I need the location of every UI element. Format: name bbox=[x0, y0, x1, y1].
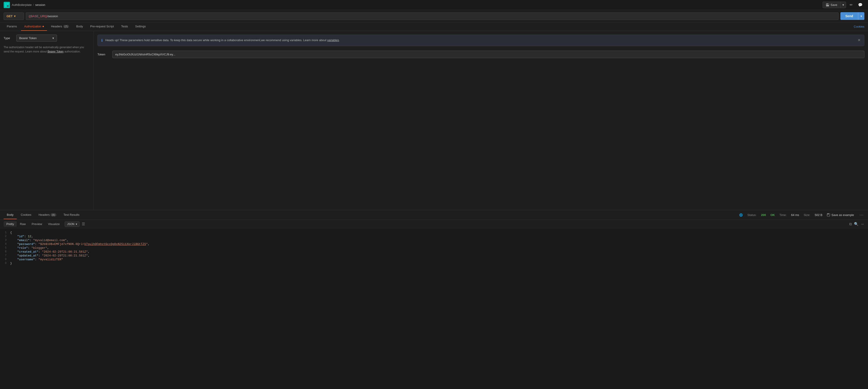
top-bar-right: Save ▾ ✏ 💬 bbox=[823, 2, 864, 8]
code-line-8: 8 "username": "myvalidizTER" bbox=[0, 258, 868, 262]
json-chevron-icon: ▾ bbox=[76, 222, 77, 226]
token-input[interactable] bbox=[112, 51, 864, 58]
cookies-link[interactable]: Cookies bbox=[854, 23, 864, 31]
tab-pre-request[interactable]: Pre-request Script bbox=[87, 22, 117, 31]
fmt-tab-raw[interactable]: Raw bbox=[17, 221, 29, 227]
line-num-1: 1 bbox=[0, 231, 10, 234]
line-content-2: "id": 12, bbox=[10, 235, 868, 238]
line-content-6: "created_at": "2024-02-29T21:08:21.581Z"… bbox=[10, 250, 868, 253]
auth-description: The authorization header will be automat… bbox=[4, 45, 90, 54]
left-panel: Type Bearer Token ▾ The authorization he… bbox=[0, 31, 94, 210]
code-line-2: 2 "id": 12, bbox=[0, 235, 868, 238]
breadcrumb: AuthBoilerplate / session bbox=[12, 3, 45, 6]
fmt-tab-visualize[interactable]: Visualize bbox=[45, 221, 62, 227]
save-dropdown-button[interactable]: ▾ bbox=[840, 2, 846, 8]
breadcrumb-current: session bbox=[35, 3, 45, 6]
response-tab-cookies[interactable]: Cookies bbox=[18, 211, 35, 219]
line-num-3: 3 bbox=[0, 239, 10, 242]
svg-rect-6 bbox=[827, 5, 829, 6]
token-label: Token bbox=[97, 53, 109, 56]
line-num-7: 7 bbox=[0, 254, 10, 257]
app-wrapper: AuthBoilerplate / session Save ▾ ✏ 💬 bbox=[0, 0, 868, 389]
svg-rect-8 bbox=[828, 213, 829, 214]
type-row: Type Bearer Token ▾ bbox=[4, 35, 90, 41]
tab-body[interactable]: Body bbox=[73, 22, 86, 31]
tab-tests[interactable]: Tests bbox=[118, 22, 131, 31]
line-content-4: "password": "$2b$10$xEMFjd7xfNON.8QrJ/U7… bbox=[10, 242, 868, 246]
format-tabs-bar: Pretty Raw Preview Visualize JSON ▾ ☰ ⧉ … bbox=[0, 220, 868, 229]
send-dropdown-button[interactable]: ▾ bbox=[858, 12, 864, 20]
breadcrumb-parent[interactable]: AuthBoilerplate bbox=[12, 3, 32, 6]
line-num-4: 4 bbox=[0, 242, 10, 246]
search-button[interactable]: 🔍 bbox=[854, 222, 859, 226]
right-panel: ℹ Heads up! These parameters hold sensit… bbox=[94, 31, 868, 210]
status-code: 200 bbox=[761, 213, 766, 217]
line-content-3: "email": "myvalid@email.com", bbox=[10, 239, 868, 242]
headers-badge: (7) bbox=[63, 25, 69, 28]
edit-button[interactable]: ✏ bbox=[848, 2, 855, 8]
type-select[interactable]: Bearer Token ▾ bbox=[16, 35, 57, 41]
method-select[interactable]: GET ▾ bbox=[4, 12, 24, 20]
response-tab-headers[interactable]: Headers (8) bbox=[35, 211, 59, 219]
response-tab-body[interactable]: Body bbox=[4, 211, 17, 219]
code-line-6: 6 "created_at": "2024-02-29T21:08:21.581… bbox=[0, 250, 868, 254]
url-bar: GET ▾ {{BASE_URI}}/session Send ▾ bbox=[0, 10, 868, 22]
fmt-tab-preview[interactable]: Preview bbox=[29, 221, 45, 227]
code-line-9: 9 } bbox=[0, 262, 868, 265]
method-chevron-icon: ▾ bbox=[14, 14, 16, 18]
info-banner: ℹ Heads up! These parameters hold sensit… bbox=[97, 35, 864, 46]
info-close-button[interactable]: ✕ bbox=[858, 38, 861, 42]
top-bar: AuthBoilerplate / session Save ▾ ✏ 💬 bbox=[0, 0, 868, 10]
line-num-5: 5 bbox=[0, 246, 10, 249]
info-text: Heads up! These parameters hold sensitiv… bbox=[105, 38, 855, 43]
more-options-button[interactable]: ⋯ bbox=[859, 212, 864, 217]
fmt-tab-pretty[interactable]: Pretty bbox=[4, 221, 17, 227]
url-input[interactable]: {{BASE_URI}}/session bbox=[26, 12, 839, 20]
variables-link[interactable]: variables bbox=[327, 38, 339, 42]
type-label: Type bbox=[4, 36, 13, 40]
token-row: Token bbox=[97, 51, 864, 58]
tab-params[interactable]: Params bbox=[4, 22, 20, 31]
globe-icon: 🌐 bbox=[739, 213, 743, 217]
status-text: OK bbox=[770, 213, 775, 217]
response-tab-test-results[interactable]: Test Results bbox=[60, 211, 83, 219]
filter-icon[interactable]: ☰ bbox=[82, 222, 85, 226]
app-logo bbox=[4, 2, 10, 8]
svg-rect-5 bbox=[827, 4, 828, 4]
line-content-7: "updated_at": "2024-02-29T21:08:21.581Z"… bbox=[10, 254, 868, 258]
type-chevron-icon: ▾ bbox=[53, 36, 54, 40]
response-status-bar: 🌐 Status: 200 OK Time: 64 ms Size: 502 B… bbox=[739, 210, 864, 219]
copy-button[interactable]: ⧉ bbox=[849, 222, 852, 226]
url-path: /session bbox=[47, 14, 58, 18]
tab-authorization-dot bbox=[42, 26, 44, 27]
info-icon: ℹ bbox=[101, 38, 103, 42]
line-content-9: } bbox=[10, 262, 868, 265]
line-num-9: 9 bbox=[0, 262, 10, 265]
line-num-6: 6 bbox=[0, 250, 10, 253]
time-value: 64 ms bbox=[791, 213, 799, 217]
json-format-select[interactable]: JSON ▾ bbox=[65, 221, 80, 227]
bearer-token-link[interactable]: Bearer Token bbox=[48, 50, 64, 53]
wrap-button[interactable]: ↔ bbox=[861, 222, 864, 226]
send-button-group: Send ▾ bbox=[840, 12, 864, 20]
line-num-2: 2 bbox=[0, 235, 10, 238]
request-tabs-bar: Params Authorization Headers (7) Body Pr… bbox=[0, 22, 868, 31]
size-label: Size: bbox=[804, 213, 810, 217]
save-example-button[interactable]: Save as example bbox=[827, 213, 854, 217]
tab-headers[interactable]: Headers (7) bbox=[48, 22, 72, 31]
code-viewer: 1 { 2 "id": 12, 3 "email": "myvalid@emai… bbox=[0, 229, 868, 389]
status-label: Status: bbox=[747, 213, 756, 217]
code-line-7: 7 "updated_at": "2024-02-29T21:08:21.581… bbox=[0, 254, 868, 258]
tab-authorization[interactable]: Authorization bbox=[21, 22, 47, 31]
comment-button[interactable]: 💬 bbox=[856, 2, 864, 8]
code-line-4: 4 "password": "$2b$10$xEMFjd7xfNON.8QrJ/… bbox=[0, 242, 868, 246]
save-icon bbox=[826, 3, 829, 6]
save-button-group: Save ▾ bbox=[823, 2, 846, 8]
panels-row: Type Bearer Token ▾ The authorization he… bbox=[0, 31, 868, 210]
save-example-icon bbox=[827, 213, 830, 216]
breadcrumb-separator: / bbox=[33, 3, 34, 6]
tab-settings[interactable]: Settings bbox=[132, 22, 149, 31]
save-button[interactable]: Save bbox=[823, 2, 840, 8]
send-button[interactable]: Send bbox=[840, 12, 858, 20]
size-value: 502 B bbox=[815, 213, 822, 217]
